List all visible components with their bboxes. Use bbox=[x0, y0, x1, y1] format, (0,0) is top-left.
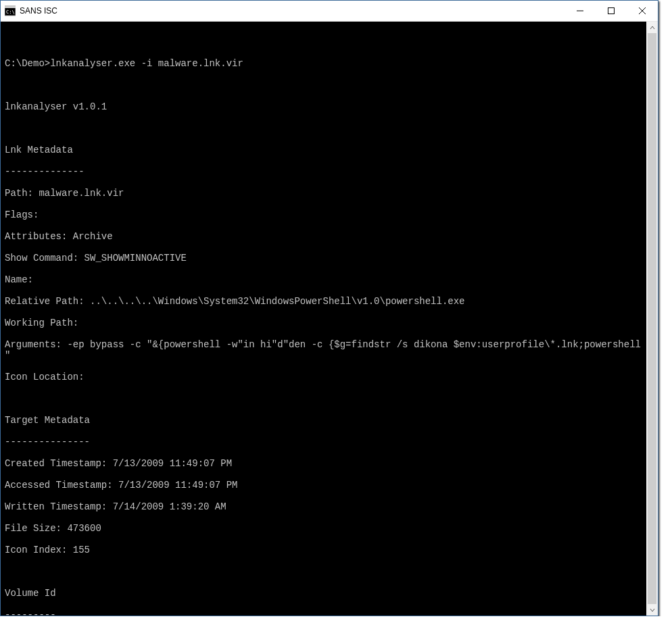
output-line: Working Path: bbox=[5, 318, 646, 328]
vertical-scrollbar[interactable] bbox=[646, 22, 658, 616]
scroll-up-button[interactable] bbox=[646, 22, 658, 33]
output-line: Volume Id bbox=[5, 588, 646, 599]
output-line bbox=[5, 393, 646, 404]
chevron-down-icon bbox=[650, 607, 655, 613]
output-line: Name: bbox=[5, 274, 646, 285]
minimize-icon bbox=[577, 7, 583, 14]
output-line: Icon Index: 155 bbox=[5, 545, 646, 555]
output-line: lnkanalyser v1.0.1 bbox=[5, 101, 646, 112]
output-line: --------- bbox=[5, 609, 646, 616]
close-button[interactable] bbox=[627, 1, 658, 21]
output-line: Relative Path: ..\..\..\..\Windows\Syste… bbox=[5, 296, 646, 307]
output-line bbox=[5, 36, 646, 47]
svg-rect-4 bbox=[608, 8, 615, 14]
svg-text:C:\: C:\ bbox=[6, 9, 15, 15]
output-line: Created Timestamp: 7/13/2009 11:49:07 PM bbox=[5, 458, 646, 469]
scroll-down-button[interactable] bbox=[646, 604, 658, 616]
chevron-up-icon bbox=[650, 25, 655, 30]
output-line bbox=[5, 80, 646, 91]
output-line: Lnk Metadata bbox=[5, 145, 646, 155]
output-line: Path: malware.lnk.vir bbox=[5, 188, 646, 199]
output-line bbox=[5, 123, 646, 134]
output-line: Flags: bbox=[5, 209, 646, 220]
maximize-button[interactable] bbox=[596, 1, 627, 21]
output-line: -------------- bbox=[5, 166, 646, 177]
cmd-icon: C:\ bbox=[5, 5, 16, 16]
prompt: C:\Demo> bbox=[5, 58, 50, 69]
output-line: C:\Demo>lnkanalyser.exe -i malware.lnk.v… bbox=[5, 58, 646, 69]
output-line: File Size: 473600 bbox=[5, 523, 646, 534]
command-text: lnkanalyser.exe -i malware.lnk.vir bbox=[50, 58, 243, 69]
output-line: --------------- bbox=[5, 436, 646, 447]
scroll-track[interactable] bbox=[646, 33, 658, 604]
output-line: Show Command: SW_SHOWMINNOACTIVE bbox=[5, 253, 646, 264]
minimize-button[interactable] bbox=[565, 1, 596, 21]
scroll-thumb[interactable] bbox=[648, 33, 656, 604]
maximize-icon bbox=[608, 7, 615, 14]
output-line: Icon Location: bbox=[5, 372, 646, 382]
output-line: Arguments: -ep bypass -c "&{powershell -… bbox=[5, 339, 646, 361]
titlebar[interactable]: C:\ SANS ISC bbox=[1, 1, 658, 22]
window-title: SANS ISC bbox=[20, 6, 57, 16]
close-icon bbox=[639, 7, 646, 14]
output-line: Written Timestamp: 7/14/2009 1:39:20 AM bbox=[5, 501, 646, 512]
output-line: Target Metadata bbox=[5, 415, 646, 426]
output-line bbox=[5, 566, 646, 577]
console-window: C:\ SANS ISC C:\Demo>lnkanalyser.exe -i … bbox=[0, 0, 658, 616]
client-area: C:\Demo>lnkanalyser.exe -i malware.lnk.v… bbox=[1, 22, 658, 616]
output-line: Attributes: Archive bbox=[5, 231, 646, 242]
output-line: Accessed Timestamp: 7/13/2009 11:49:07 P… bbox=[5, 480, 646, 491]
svg-rect-1 bbox=[5, 6, 16, 8]
terminal-output[interactable]: C:\Demo>lnkanalyser.exe -i malware.lnk.v… bbox=[1, 22, 646, 616]
